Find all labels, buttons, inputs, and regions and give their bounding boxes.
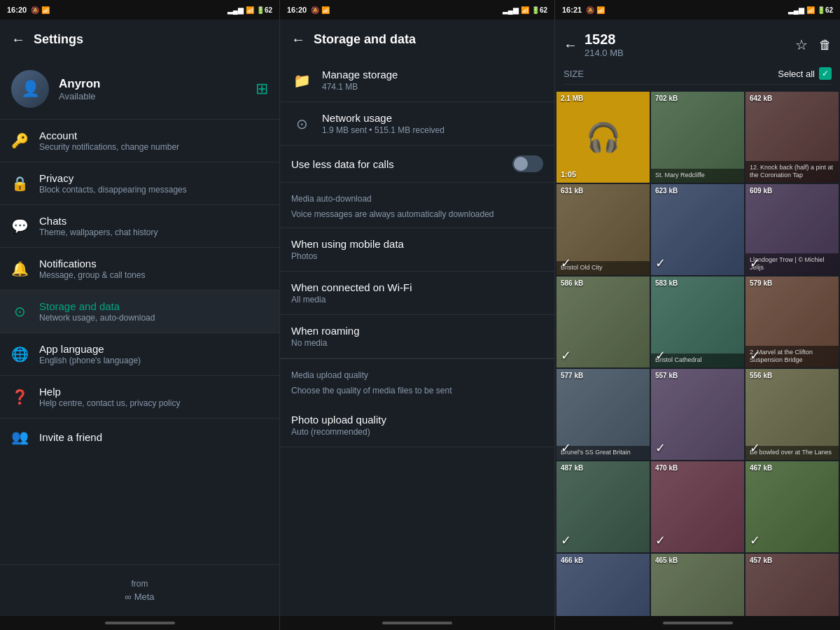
cell-size-2-3: 609 kB xyxy=(750,187,772,195)
manage-storage-item[interactable]: 📁 Manage storage 474.1 MB xyxy=(280,59,554,102)
profile-status: Available xyxy=(59,91,246,102)
help-text: Help Help centre, contact us, privacy po… xyxy=(39,386,180,408)
cell-size-5-2: 470 kB xyxy=(655,464,678,472)
bottom-pill-1 xyxy=(105,622,175,624)
media-cell-1-3[interactable]: 642 kB 12. Knock back (half) a pint at t… xyxy=(746,92,839,183)
menu-item-account[interactable]: 🔑 Account Security notifications, change… xyxy=(0,120,279,162)
manage-storage-label: Manage storage xyxy=(322,69,543,80)
wifi-value: All media xyxy=(291,295,543,304)
media-cell-4-2[interactable]: 557 kB ✓ xyxy=(651,369,744,460)
folder-icon: 📁 xyxy=(291,72,312,89)
media-cell-5-1[interactable]: 487 kB ✓ xyxy=(556,461,650,552)
media-cell-4-1[interactable]: 577 kB Brunel's SS Great Britain ✓ xyxy=(556,369,650,460)
notifications-text: Notifications Message, group & call tone… xyxy=(39,258,145,280)
signal-icons-1: ▂▄▆ 📶 🔋62 xyxy=(227,6,272,14)
media-cell-6-2[interactable]: 465 kB ✓ xyxy=(651,554,744,616)
roaming-item[interactable]: When roaming No media xyxy=(280,315,554,359)
media-cell-5-3[interactable]: 467 kB ✓ xyxy=(746,461,839,552)
media-cell-2-3[interactable]: 609 kB Llandoger Trow | © Michiel Jelijs… xyxy=(746,184,839,275)
storage-text: Storage and data Network usage, auto-dow… xyxy=(39,300,155,323)
cell-size-3-3: 579 kB xyxy=(750,279,772,287)
settings-header: ← Settings xyxy=(0,20,279,59)
notifications-label: Notifications xyxy=(39,258,145,270)
delete-button[interactable]: 🗑 xyxy=(819,38,832,52)
cell-check-4-3: ✓ xyxy=(750,440,760,456)
menu-item-chats[interactable]: 💬 Chats Theme, wallpapers, chat history xyxy=(0,205,279,248)
media-row-1: 🎧 2.1 MB 1:05 702 kB St. Mary Redcliffe … xyxy=(556,92,839,183)
status-bar-3: 16:21 🔕 📶 ▂▄▆ 📶 🔋62 xyxy=(555,0,840,20)
media-cell-6-1[interactable]: 466 kB ✓ xyxy=(556,554,650,616)
cell-size-6-1: 466 kB xyxy=(561,556,583,564)
notif-icons-3: 🔕 📶 xyxy=(586,6,605,14)
notifications-desc: Message, group & call tones xyxy=(39,270,145,280)
language-desc: English (phone's language) xyxy=(39,356,141,365)
media-row-4: 577 kB Brunel's SS Great Britain ✓ 557 k… xyxy=(556,369,839,460)
media-cell-audio[interactable]: 🎧 2.1 MB 1:05 xyxy=(556,92,650,183)
bottom-pill-2 xyxy=(382,622,452,624)
media-cell-3-3[interactable]: 579 kB 2. Marvel at the Clifton Suspensi… xyxy=(746,276,839,368)
media-cell-4-3[interactable]: 556 kB Be bowled over at The Lanes ✓ xyxy=(746,369,839,460)
mobile-data-item[interactable]: When using mobile data Photos xyxy=(280,228,554,272)
media-row-6: 466 kB ✓ 465 kB ✓ 457 kB ✓ xyxy=(556,554,839,616)
storage-panel: 16:20 🔕 📶 ▂▄▆ 📶 🔋62 ← Storage and data 📁… xyxy=(280,0,555,630)
qr-icon[interactable]: ⊞ xyxy=(255,80,268,98)
cell-size-3-2: 583 kB xyxy=(655,279,678,287)
menu-item-invite[interactable]: 👥 Invite a friend xyxy=(0,419,279,455)
menu-item-storage[interactable]: ⊙ Storage and data Network usage, auto-d… xyxy=(0,290,279,333)
select-all-row[interactable]: Select all ✓ xyxy=(778,67,832,80)
network-usage-value: 1.9 MB sent • 515.1 MB received xyxy=(322,125,543,135)
wifi-icon-1: 📶 xyxy=(246,6,254,14)
menu-item-privacy[interactable]: 🔒 Privacy Block contacts, disappearing m… xyxy=(0,162,279,205)
media-toolbar: SIZE Select all ✓ xyxy=(564,64,832,85)
cell-size-5-3: 467 kB xyxy=(750,464,772,472)
cell-check-2-2: ✓ xyxy=(655,255,666,271)
upload-quality-section: Media upload quality Choose the quality … xyxy=(280,359,554,404)
settings-panel: 16:20 🔕 📶 ▂▄▆ 📶 🔋62 ← Settings 👤 Anyron … xyxy=(0,0,280,630)
cell-check-5-1: ✓ xyxy=(561,533,571,548)
media-cell-3-2[interactable]: 583 kB Bristol Cathedral ✓ xyxy=(651,276,744,368)
upload-quality-header: Media upload quality xyxy=(280,359,554,386)
media-cell-3-1[interactable]: 586 kB ✓ xyxy=(556,276,650,368)
media-cell-2-2[interactable]: 623 kB ✓ xyxy=(651,184,744,275)
cell-size-4-1: 577 kB xyxy=(561,372,583,379)
media-cell-5-2[interactable]: 470 kB ✓ xyxy=(651,461,744,552)
cell-check-4-1: ✓ xyxy=(561,440,571,456)
star-button[interactable]: ☆ xyxy=(795,36,808,53)
bottom-pill-3 xyxy=(663,622,733,624)
menu-item-help[interactable]: ❓ Help Help centre, contact us, privacy … xyxy=(0,376,279,419)
bottom-bar-1 xyxy=(0,616,279,630)
time-1: 16:20 xyxy=(7,6,27,14)
profile-section[interactable]: 👤 Anyron Available ⊞ xyxy=(0,59,279,120)
storage-menu-icon: ⊙ xyxy=(11,303,28,320)
cell-check-5-2: ✓ xyxy=(655,533,666,548)
profile-info: Anyron Available xyxy=(59,77,246,102)
media-cell-1-2[interactable]: 702 kB St. Mary Redcliffe xyxy=(651,92,744,183)
auto-download-header: Media auto-download xyxy=(280,183,554,209)
less-data-toggle[interactable] xyxy=(512,155,543,172)
signal-icon-1: ▂▄▆ xyxy=(227,6,244,14)
back-button-3[interactable]: ← xyxy=(564,37,578,53)
back-button-1[interactable]: ← xyxy=(11,31,25,48)
caption-1-3: 12. Knock back (half) a pint at the Coro… xyxy=(746,161,839,183)
battery-icon-2: 🔋62 xyxy=(531,6,547,14)
cell-size-5-1: 487 kB xyxy=(561,464,583,472)
media-cell-6-3[interactable]: 457 kB ✓ xyxy=(746,554,839,616)
time-2: 16:20 xyxy=(287,6,307,14)
wifi-item[interactable]: When connected on Wi-Fi All media xyxy=(280,272,554,315)
photo-quality-value: Auto (recommended) xyxy=(291,427,543,437)
bottom-bar-3 xyxy=(555,616,840,630)
back-button-2[interactable]: ← xyxy=(291,31,305,48)
privacy-label: Privacy xyxy=(39,172,187,184)
chats-text: Chats Theme, wallpapers, chat history xyxy=(39,215,158,237)
media-cell-2-1[interactable]: 631 kB Bristol Old City ✓ xyxy=(556,184,650,275)
battery-icon-1: 🔋62 xyxy=(256,6,272,14)
menu-item-language[interactable]: 🌐 App language English (phone's language… xyxy=(0,333,279,376)
network-usage-label: Network usage xyxy=(322,112,543,124)
select-all-checkbox[interactable]: ✓ xyxy=(819,67,832,80)
network-usage-item[interactable]: ⊙ Network usage 1.9 MB sent • 515.1 MB r… xyxy=(280,102,554,146)
signal-icons-2: ▂▄▆ 📶 🔋62 xyxy=(503,6,547,14)
menu-item-notifications[interactable]: 🔔 Notifications Message, group & call to… xyxy=(0,248,279,290)
cell-duration: 1:05 xyxy=(561,170,576,178)
photo-quality-item[interactable]: Photo upload quality Auto (recommended) xyxy=(280,404,554,447)
invite-icon: 👥 xyxy=(11,428,28,445)
